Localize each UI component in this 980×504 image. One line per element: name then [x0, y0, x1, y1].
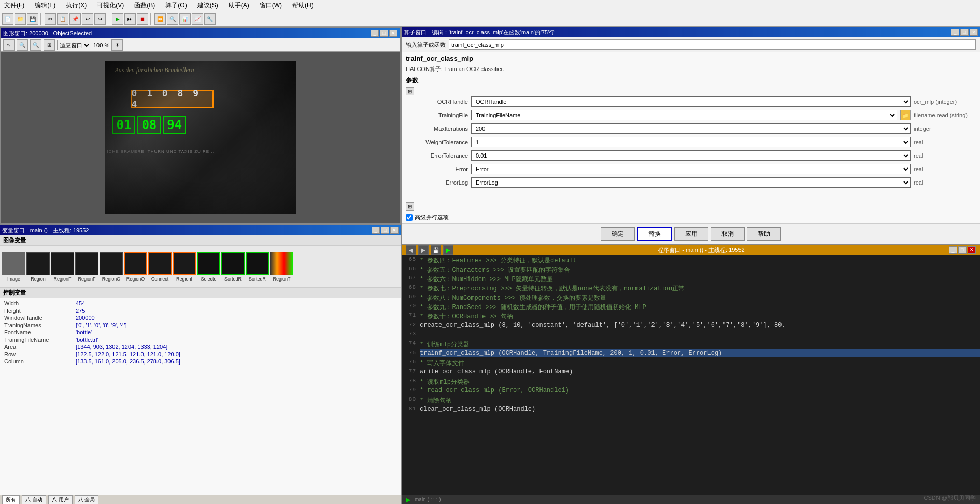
param-select-out-errorlog[interactable]: ErrorLog [471, 177, 911, 188]
img-tool-zoom-in[interactable]: 🔍 [17, 39, 28, 51]
menu-item-visual[interactable]: 可视化(V) [95, 0, 126, 11]
thumbnail-sortedr-10[interactable]: SortedR [246, 252, 269, 282]
prog-window-close[interactable]: ✕ [968, 246, 976, 254]
line-text[interactable]: * 参数六：NumHidden >>> MLP隐藏单元数量 [420, 275, 980, 284]
line-text[interactable]: * 参数八：NumComponents >>> 预处理参数，交换的要素是数量 [420, 293, 980, 302]
toolbar-btn-3[interactable]: 💾 [27, 13, 38, 25]
var-window-close[interactable]: ✕ [390, 227, 399, 234]
toolbar-btn-13[interactable]: 🔧 [204, 13, 216, 25]
prog-window-maximize[interactable]: □ [958, 246, 967, 254]
toolbar-btn-10[interactable]: 🔍 [167, 13, 178, 25]
prog-nav-back[interactable]: ◀ [406, 245, 416, 255]
menu-item-help[interactable]: 帮助(H) [290, 0, 316, 11]
menu-item-exec[interactable]: 执行(X) [64, 0, 89, 11]
op-window-minimize[interactable]: _ [951, 29, 959, 36]
param-file-icon[interactable]: 📁 [900, 110, 911, 120]
image-window-minimize[interactable]: _ [371, 30, 379, 37]
thumbnail-selecte-8[interactable]: Selecte [197, 252, 220, 282]
prog-window-minimize[interactable]: _ [949, 246, 957, 254]
toolbar-btn-6[interactable]: 📌 [69, 13, 81, 25]
var-window-maximize[interactable]: □ [381, 227, 389, 234]
prog-nav-save[interactable]: 💾 [431, 245, 441, 255]
line-text[interactable]: * 参数四：Features >>> 分类特征，默认是default [420, 256, 980, 265]
prog-nav-fwd[interactable]: ▶ [418, 245, 429, 255]
img-zoom-select[interactable]: 适应窗口 [57, 40, 91, 50]
line-text[interactable]: write_ocr_class_mlp (OCRHandle, FontName… [420, 368, 980, 375]
toolbar-btn-11[interactable]: 📊 [179, 13, 191, 25]
thumbnail-sortedr-9[interactable]: SortedR [221, 252, 245, 282]
op-window-maximize[interactable]: □ [960, 29, 969, 36]
line-text[interactable]: * 清除句柄 [420, 396, 980, 405]
line-text[interactable]: * read_ocr_class_mlp (Error, OCRHandle1) [420, 387, 980, 394]
var-tab-2[interactable]: 八 用户 [48, 495, 73, 505]
thumbnail-regioni-7[interactable]: RegionI [173, 252, 196, 282]
toolbar-btn-step[interactable]: ⏭ [124, 13, 136, 25]
param-select-trainingfile[interactable]: TrainingFileName [471, 110, 897, 120]
toolbar-btn-1[interactable]: 📄 [2, 13, 13, 25]
img-tool-brightness[interactable]: ☀ [111, 39, 123, 51]
menu-item-suggest[interactable]: 建议(S) [195, 0, 220, 11]
line-text[interactable]: * 参数五：Characters >>> 设置要匹配的字符集合 [420, 265, 980, 274]
param-select-ocrhandle[interactable]: OCRHandle [471, 96, 911, 107]
toolbar-btn-2[interactable]: 📁 [15, 13, 26, 25]
advanced-label: 高级并行选项 [415, 214, 449, 221]
op-param-icon-2[interactable]: ⊞ [406, 202, 414, 211]
menu-item-assistant[interactable]: 助手(A) [226, 0, 251, 11]
op-search-input[interactable] [449, 39, 976, 50]
prog-nav-run[interactable]: ▶ [443, 245, 453, 255]
thumbnail-regiono-5[interactable]: RegionO [124, 252, 147, 282]
line-text[interactable]: * 参数七：Preprocrsing >>> 矢量特征转换，默认是none代表没… [420, 284, 980, 293]
thumbnail-image-0[interactable]: Image [2, 252, 25, 282]
thumbnail-regionf-2[interactable]: RegionF [51, 252, 74, 282]
var-tab-0[interactable]: 所有 [2, 495, 20, 505]
line-text[interactable]: * 训练mlp分类器 [420, 340, 980, 349]
line-text[interactable]: * 参数九：RandSeed >>> 随机数生成器的种子值，用于使用随机值初始化… [420, 303, 980, 312]
op-param-icon-1[interactable]: ⊞ [406, 87, 414, 95]
line-text[interactable]: * 参数十：OCRHandle >> 句柄 [420, 312, 980, 321]
var-tab-3[interactable]: 八 全局 [75, 495, 99, 505]
menu-item-file[interactable]: 文件(F) [2, 0, 26, 11]
var-content: 图像变量 ImageRegionRegionFRegionFRegionOReg… [0, 235, 401, 504]
thumbnail-regionf-3[interactable]: RegionF [75, 252, 98, 282]
toolbar-btn-4[interactable]: ✂ [45, 13, 56, 25]
param-select-maxiterations[interactable]: 200 [471, 123, 911, 134]
advanced-checkbox[interactable] [406, 214, 413, 221]
thumbnail-regiono-4[interactable]: RegionO [100, 252, 123, 282]
op-window-close[interactable]: ✕ [970, 29, 978, 36]
param-select-weighttolerance[interactable]: 1 [471, 137, 911, 147]
op-btn-help[interactable]: 帮助 [747, 227, 781, 241]
prog-window-controls: _ □ ✕ [949, 246, 976, 254]
op-btn-apply[interactable]: 应用 [674, 227, 708, 241]
toolbar-btn-stop[interactable]: ⏹ [137, 13, 148, 25]
line-text[interactable]: clear_ocr_class_mlp (OCRHandle) [420, 405, 980, 413]
img-tool-fit[interactable]: ⊞ [44, 39, 55, 51]
toolbar-btn-12[interactable]: 📈 [192, 13, 203, 25]
toolbar-btn-7[interactable]: ↩ [82, 13, 93, 25]
op-btn-replace[interactable]: 替换 [637, 227, 672, 241]
toolbar-btn-9[interactable]: ⏩ [154, 13, 166, 25]
thumbnail-connect-6[interactable]: Connect [148, 252, 172, 282]
op-btn-cancel[interactable]: 取消 [711, 227, 745, 241]
param-select-out-error[interactable]: Error [471, 164, 911, 174]
image-window-close[interactable]: ✕ [389, 30, 397, 37]
param-select-errortolerance[interactable]: 0.01 [471, 150, 911, 161]
image-window-maximize[interactable]: □ [380, 30, 388, 37]
toolbar-btn-8[interactable]: ↪ [94, 13, 106, 25]
menu-item-edit[interactable]: 编辑(E) [33, 0, 58, 11]
line-text[interactable]: create_ocr_class_mlp (8, 10, 'constant',… [420, 321, 980, 329]
menu-item-op[interactable]: 算子(O) [163, 0, 189, 11]
thumbnail-regiont-11[interactable]: RegionT [270, 252, 293, 282]
toolbar-btn-run[interactable]: ▶ [112, 13, 123, 25]
menu-item-func[interactable]: 函数(B) [132, 0, 157, 11]
op-btn-confirm[interactable]: 确定 [601, 227, 635, 241]
img-tool-zoom-out[interactable]: 🔍 [30, 39, 41, 51]
line-text[interactable]: trainf_ocr_class_mlp (OCRHandle, Trainin… [420, 349, 980, 357]
line-text[interactable]: * 写入字体文件 [420, 359, 980, 368]
toolbar-btn-5[interactable]: 📋 [57, 13, 68, 25]
menu-item-window[interactable]: 窗口(W) [258, 0, 284, 11]
img-tool-arrow[interactable]: ↖ [3, 39, 15, 51]
line-text[interactable]: * 读取mlp分类器 [420, 377, 980, 386]
var-tab-1[interactable]: 八 自动 [22, 495, 46, 505]
var-window-minimize[interactable]: _ [372, 227, 380, 234]
thumbnail-region-1[interactable]: Region [26, 252, 50, 282]
